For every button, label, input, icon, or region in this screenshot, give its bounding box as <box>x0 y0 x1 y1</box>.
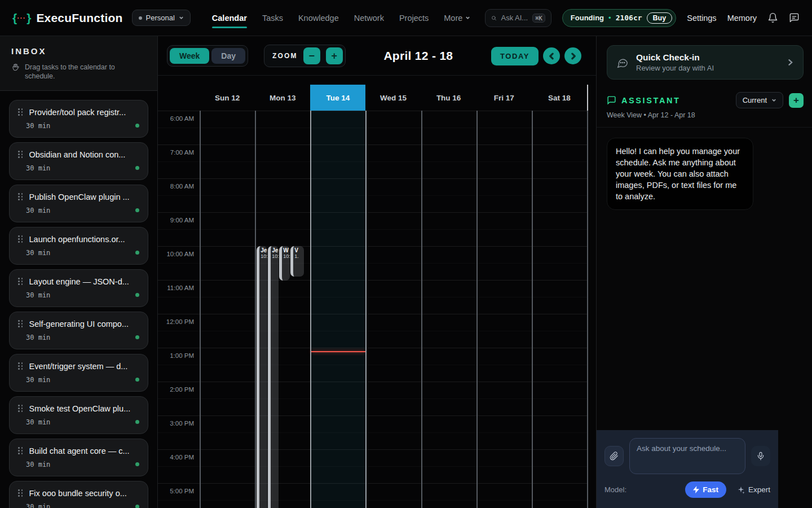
buy-button[interactable]: Buy <box>647 12 673 24</box>
chat-bubble-icon <box>616 56 629 69</box>
thread-selector[interactable]: Current <box>736 92 783 108</box>
sparkles-icon <box>737 486 745 494</box>
quick-checkin-title: Quick Check-in <box>636 52 714 63</box>
view-day-button[interactable]: Day <box>211 48 245 64</box>
event-time: 10: <box>272 253 277 259</box>
drag-handle-icon[interactable] <box>18 193 23 200</box>
zoom-in-button[interactable]: + <box>326 47 343 64</box>
nav-item-more[interactable]: More <box>444 0 470 36</box>
day-header-sun-12[interactable]: Sun 12 <box>200 85 255 111</box>
task-status-dot <box>135 166 139 170</box>
day-column-thu-16[interactable] <box>421 111 476 508</box>
event-chip[interactable]: V1. <box>290 246 304 277</box>
model-options: Fast Expert <box>685 481 770 498</box>
drag-handle-icon[interactable] <box>18 447 23 454</box>
prev-week-button[interactable] <box>543 47 560 64</box>
nav-item-knowledge[interactable]: Knowledge <box>298 0 339 36</box>
notifications-button[interactable] <box>767 12 778 23</box>
task-duration: 30 min <box>26 334 50 341</box>
view-week-button[interactable]: Week <box>170 48 209 64</box>
calendar-grid: 6:00 AM7:00 AM8:00 AM9:00 AM10:00 AM11:0… <box>158 111 588 508</box>
drag-handle-icon[interactable] <box>18 362 23 370</box>
day-column-tue-14[interactable] <box>310 111 365 508</box>
main-layout: INBOX Drag tasks to the calendar to sche… <box>0 36 812 508</box>
time-label: 10:00 AM <box>158 251 194 257</box>
task-card[interactable]: Publish OpenClaw plugin ...30 min <box>9 185 148 222</box>
nav-item-label: Knowledge <box>298 14 339 23</box>
nav-item-label: Projects <box>399 14 429 23</box>
task-card[interactable]: Fix ooo bundle security o...30 min <box>9 481 148 508</box>
time-label: 3:00 PM <box>158 420 194 427</box>
event-chip[interactable]: Je10: <box>268 246 279 508</box>
task-card[interactable]: Layout engine — JSON-d...30 min <box>9 269 148 307</box>
search-placeholder: Ask AI... <box>501 14 528 22</box>
task-card[interactable]: Obsidian and Notion con...30 min <box>9 142 148 180</box>
today-button[interactable]: TODAY <box>491 47 539 65</box>
drag-handle-icon[interactable] <box>18 151 23 158</box>
memory-link[interactable]: Memory <box>727 14 757 23</box>
time-label: 7:00 AM <box>158 149 194 156</box>
drag-handle-icon[interactable] <box>18 278 23 285</box>
drag-handle-icon[interactable] <box>18 405 23 412</box>
day-column-sun-12[interactable] <box>200 111 255 508</box>
task-title: Obsidian and Notion con... <box>29 150 126 159</box>
drag-handle-icon[interactable] <box>18 235 23 243</box>
day-column-mon-13[interactable]: Je10:Je10:W10:V1. <box>255 111 310 508</box>
zoom-out-button[interactable]: − <box>303 47 320 64</box>
event-chip[interactable]: W10: <box>279 246 290 281</box>
day-header-tue-14[interactable]: Tue 14 <box>310 85 365 111</box>
voice-input-button[interactable] <box>751 446 770 466</box>
chat-input[interactable] <box>629 438 745 474</box>
nav-item-projects[interactable]: Projects <box>399 0 429 36</box>
search-icon <box>491 14 497 22</box>
plan-credits-button[interactable]: Founding • 2106cr Buy <box>562 9 676 27</box>
day-column-sat-18[interactable] <box>532 111 588 508</box>
model-expert-label: Expert <box>748 485 770 494</box>
lightning-icon <box>693 486 699 493</box>
day-column-fri-17[interactable] <box>476 111 532 508</box>
drag-handle-icon[interactable] <box>18 489 23 497</box>
day-header-wed-15[interactable]: Wed 15 <box>365 85 421 111</box>
nav-item-network[interactable]: Network <box>354 0 384 36</box>
task-card[interactable]: Launch openfunctions.or...30 min <box>9 227 148 265</box>
task-card[interactable]: Smoke test OpenClaw plu...30 min <box>9 396 148 434</box>
task-duration: 30 min <box>26 164 50 172</box>
nav-item-tasks[interactable]: Tasks <box>262 0 283 36</box>
next-week-button[interactable] <box>564 47 581 64</box>
task-card[interactable]: Event/trigger system — d...30 min <box>9 354 148 392</box>
assistant-message: Hello! I can help you manage your schedu… <box>607 138 753 210</box>
day-header-sat-18[interactable]: Sat 18 <box>532 85 587 111</box>
search-input[interactable]: Ask AI... ⌘K <box>485 9 551 27</box>
day-header-thu-16[interactable]: Thu 16 <box>421 85 476 111</box>
day-header-mon-13[interactable]: Mon 13 <box>255 85 310 111</box>
drag-handle-icon[interactable] <box>18 320 23 327</box>
new-thread-button[interactable]: + <box>789 93 804 108</box>
task-card[interactable]: Self-generating UI compo...30 min <box>9 312 148 349</box>
model-expert-button[interactable]: Expert <box>737 485 770 494</box>
task-card[interactable]: Build chat agent core — c...30 min <box>9 439 148 476</box>
chevron-down-icon <box>179 15 184 20</box>
day-header-fri-17[interactable]: Fri 17 <box>476 85 532 111</box>
model-fast-button[interactable]: Fast <box>685 481 726 498</box>
quick-checkin-card[interactable]: Quick Check-in Review your day with AI <box>607 45 804 80</box>
nav-item-calendar[interactable]: Calendar <box>212 0 247 36</box>
task-duration: 30 min <box>26 503 50 508</box>
event-title: Je <box>261 247 266 253</box>
feedback-button[interactable] <box>789 12 800 23</box>
task-title: Publish OpenClaw plugin ... <box>29 192 130 202</box>
drag-handle-icon[interactable] <box>18 108 23 116</box>
app-logo-icon: {···} <box>12 11 30 25</box>
task-title: Launch openfunctions.or... <box>29 235 125 244</box>
task-duration: 30 min <box>26 291 50 299</box>
nav-item-label: Network <box>354 14 384 23</box>
event-chip[interactable]: Je10: <box>257 246 267 508</box>
task-title: Fix ooo bundle security o... <box>29 489 127 498</box>
day-column-wed-15[interactable] <box>365 111 421 508</box>
task-card[interactable]: Provider/tool pack registr...30 min <box>9 100 148 138</box>
time-label: 11:00 AM <box>158 284 194 291</box>
workspace-switcher[interactable]: Personal <box>132 10 191 26</box>
chevron-right-icon <box>787 59 794 66</box>
topbar: {···} ExecuFunction Personal CalendarTas… <box>0 0 812 36</box>
attach-file-button[interactable] <box>604 446 624 466</box>
settings-link[interactable]: Settings <box>687 14 716 23</box>
